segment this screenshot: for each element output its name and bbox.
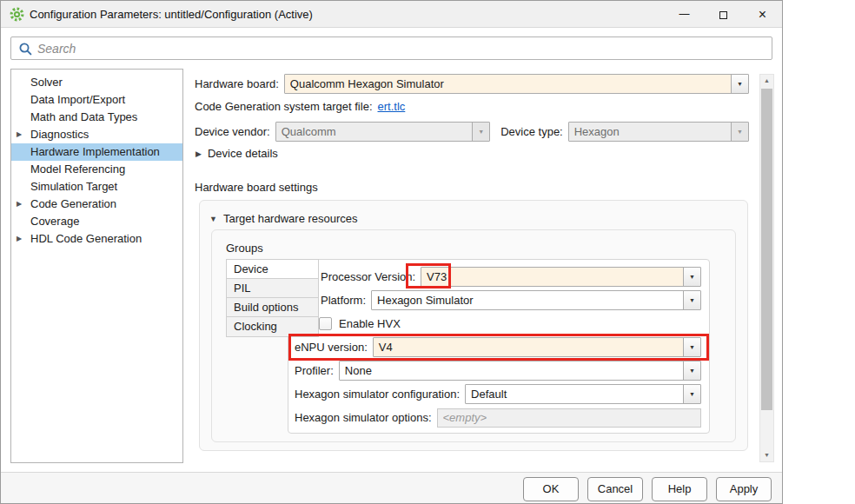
- hardware-board-dropdown[interactable]: Qualcomm Hexagon Simulator ▼: [284, 74, 749, 94]
- profiler-dropdown[interactable]: None ▼: [339, 361, 701, 381]
- enpu-version-dropdown[interactable]: V4 ▼: [373, 337, 701, 357]
- sidebar-item-model-referencing[interactable]: Model Referencing: [11, 161, 182, 178]
- tab-device[interactable]: Device: [227, 260, 318, 279]
- expand-arrow-icon[interactable]: ▶: [17, 126, 22, 143]
- enable-hvx-checkbox[interactable]: [319, 317, 332, 330]
- sidebar-item-diagnostics[interactable]: ▶Diagnostics: [11, 126, 182, 143]
- simulator-configuration-dropdown[interactable]: Default ▼: [465, 384, 701, 404]
- profiler-label: Profiler:: [295, 364, 334, 377]
- footer-bar: OK Cancel Help Apply: [1, 472, 782, 503]
- scroll-down-icon[interactable]: ▼: [760, 449, 773, 461]
- window-title: Configuration Parameters: untitled/Confi…: [30, 1, 313, 28]
- hardware-board-settings-label: Hardware board settings: [195, 181, 318, 194]
- platform-label: Platform:: [321, 294, 366, 307]
- dropdown-arrow-icon: ▼: [731, 123, 748, 141]
- dropdown-arrow-icon[interactable]: ▼: [731, 75, 748, 93]
- expanded-arrow-icon[interactable]: ▼: [209, 215, 217, 223]
- sidebar-item-data-import-export[interactable]: Data Import/Export: [11, 91, 182, 109]
- groups-tab-list: Device PIL Build options Clocking: [226, 259, 319, 337]
- help-button[interactable]: Help: [652, 477, 707, 501]
- dropdown-arrow-icon[interactable]: ▼: [683, 338, 700, 356]
- scroll-up-icon[interactable]: ▲: [760, 75, 773, 87]
- sidebar-tree: Solver Data Import/Export Math and Data …: [10, 69, 183, 463]
- enpu-version-label: eNPU version:: [295, 341, 368, 354]
- simulator-configuration-label: Hexagon simulator configuration:: [295, 388, 460, 401]
- vertical-scrollbar[interactable]: ▲ ▼: [759, 74, 774, 462]
- simulator-options-label: Hexagon simulator options:: [295, 411, 432, 424]
- processor-version-label: Processor Version:: [321, 270, 415, 283]
- platform-dropdown[interactable]: Hexagon Simulator ▼: [371, 290, 701, 310]
- expand-arrow-icon[interactable]: ▶: [17, 196, 22, 213]
- device-type-dropdown: Hexagon ▼: [568, 122, 749, 142]
- device-details-expander[interactable]: ▶ Device details: [196, 143, 456, 163]
- minimize-button[interactable]: —: [665, 1, 704, 28]
- title-bar: Configuration Parameters: untitled/Confi…: [1, 1, 782, 28]
- dialog-window: Configuration Parameters: untitled/Confi…: [0, 0, 783, 504]
- device-vendor-label: Device vendor:: [195, 125, 270, 138]
- target-hardware-resources-expander[interactable]: ▼ Target hardware resources: [209, 209, 470, 229]
- dropdown-arrow-icon[interactable]: ▼: [683, 268, 700, 286]
- tab-pil[interactable]: PIL: [227, 279, 318, 298]
- sidebar-item-coverage[interactable]: Coverage: [11, 213, 182, 230]
- device-vendor-dropdown: Qualcomm ▼: [275, 122, 490, 142]
- tab-clocking[interactable]: Clocking: [227, 317, 318, 336]
- maximize-button[interactable]: [704, 1, 743, 28]
- hardware-board-label: Hardware board:: [195, 77, 279, 90]
- dropdown-arrow-icon: ▼: [472, 123, 489, 141]
- tab-build-options[interactable]: Build options: [227, 298, 318, 317]
- cancel-button[interactable]: Cancel: [587, 477, 643, 501]
- search-input[interactable]: [37, 38, 759, 58]
- dropdown-arrow-icon[interactable]: ▼: [683, 361, 700, 380]
- processor-version-dropdown[interactable]: V73 ▼: [421, 267, 701, 287]
- dropdown-arrow-icon[interactable]: ▼: [683, 385, 700, 403]
- simulator-options-input: [437, 408, 701, 428]
- search-box: [10, 36, 772, 60]
- sidebar-item-hdl-code-generation[interactable]: ▶HDL Code Generation: [11, 230, 182, 248]
- groups-label: Groups: [226, 242, 263, 255]
- sidebar-item-solver[interactable]: Solver: [11, 74, 182, 91]
- maximize-icon: [719, 11, 727, 19]
- expand-arrow-icon[interactable]: ▶: [17, 230, 22, 248]
- sidebar-item-math-and-data-types[interactable]: Math and Data Types: [11, 109, 182, 126]
- device-type-label: Device type:: [500, 125, 563, 138]
- apply-button[interactable]: Apply: [716, 477, 772, 501]
- config-gear-icon: [10, 7, 24, 25]
- sidebar-item-code-generation[interactable]: ▶Code Generation: [11, 196, 182, 213]
- ok-button[interactable]: OK: [523, 477, 579, 501]
- system-target-file-link[interactable]: ert.tlc: [378, 100, 406, 113]
- enable-hvx-label: Enable HVX: [339, 317, 401, 330]
- scrollbar-thumb[interactable]: [761, 89, 772, 410]
- search-icon: [18, 42, 33, 56]
- close-button[interactable]: ×: [743, 1, 782, 28]
- dropdown-arrow-icon[interactable]: ▼: [683, 291, 700, 309]
- collapsed-arrow-icon[interactable]: ▶: [196, 149, 202, 158]
- sidebar-item-hardware-implementation[interactable]: Hardware Implementation: [11, 143, 182, 161]
- sidebar-item-simulation-target[interactable]: Simulation Target: [11, 178, 182, 196]
- system-target-file-label: Code Generation system target file:: [195, 100, 373, 113]
